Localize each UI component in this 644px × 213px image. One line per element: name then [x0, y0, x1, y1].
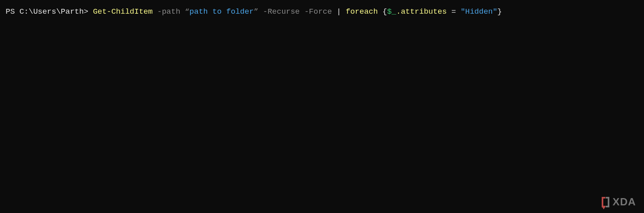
open-brace: { [382, 7, 387, 16]
xda-logo-icon [602, 197, 609, 207]
dollar-underscore: $_ [387, 7, 396, 16]
equals-operator: = [447, 7, 461, 16]
terminal-output[interactable]: PS C:\Users\Parth> Get-ChildItem -path “… [0, 0, 644, 23]
xda-watermark: XDA [602, 196, 636, 208]
foreach-keyword: foreach [346, 7, 382, 16]
attributes-property: .attributes [396, 7, 447, 16]
close-brace: } [497, 7, 502, 16]
open-quote: “ [185, 7, 189, 16]
path-argument: path to folder [189, 7, 254, 16]
param-recurse-force: -Recurse -Force [258, 7, 337, 16]
param-path-flag: -path [153, 7, 185, 16]
hidden-string: "Hidden" [461, 7, 497, 16]
cmdlet-name: Get-ChildItem [93, 7, 153, 16]
prompt-text: PS C:\Users\Parth> [6, 7, 93, 16]
pipe-operator: | [337, 7, 346, 16]
xda-logo-text: XDA [613, 196, 636, 208]
close-quote: ” [254, 7, 258, 16]
